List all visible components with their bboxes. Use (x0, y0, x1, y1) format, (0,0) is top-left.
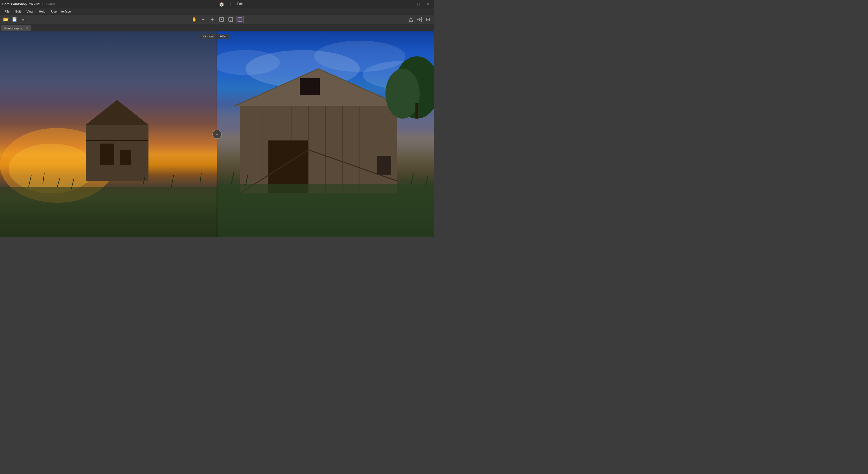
zoom-out-button[interactable]: − (199, 16, 207, 23)
zoom-fit-icon (219, 17, 224, 22)
svg-point-15 (8, 144, 94, 194)
save-button[interactable]: 💾 (11, 16, 18, 23)
zoom-out-icon: − (202, 17, 205, 22)
print-button[interactable]: 🖨 (20, 16, 27, 23)
after-label: After (217, 34, 229, 39)
tab-close-button[interactable]: × (26, 27, 28, 30)
tabbar: Photography... × (0, 24, 434, 31)
svg-line-56 (411, 173, 413, 184)
titlebar-right: ─ □ ✕ (405, 1, 432, 7)
print-icon: 🖨 (22, 17, 25, 22)
svg-rect-19 (120, 150, 131, 166)
svg-text:1:1: 1:1 (229, 19, 233, 21)
original-image (0, 31, 217, 237)
toolbar-left: 📂 💾 🖨 (2, 16, 27, 23)
close-button[interactable]: ✕ (424, 1, 432, 7)
svg-marker-17 (86, 100, 149, 125)
svg-line-28 (200, 173, 201, 184)
titlebar-divider: | (230, 2, 231, 6)
zoom-100-icon: 1:1 (228, 17, 233, 22)
svg-line-54 (231, 171, 234, 184)
toolbar-right (407, 16, 432, 23)
svg-rect-46 (300, 78, 320, 95)
menu-user-interface[interactable]: User Interface (49, 9, 73, 14)
app-brand: Corel PaintShop Pro 2021 (2, 2, 40, 6)
home-icon[interactable]: 🏠 (219, 1, 224, 7)
perspective-both-icon (426, 17, 430, 22)
split-handle-icon: ↔ (215, 132, 219, 136)
split-handle[interactable]: ↔ (212, 130, 222, 139)
titlebar-left: Corel PaintShop Pro 2021 ULTIMATE (2, 2, 56, 6)
titlebar-center: 🏠 | Edit (219, 1, 243, 7)
edit-mode-label[interactable]: Edit (237, 2, 243, 6)
pan-icon: ✋ (192, 17, 197, 22)
zoom-fit-button[interactable] (218, 16, 225, 23)
svg-rect-52 (415, 103, 418, 119)
save-icon: 💾 (12, 17, 18, 22)
svg-rect-18 (100, 144, 114, 165)
perspective-v-icon (409, 17, 413, 22)
perspective-h-button[interactable] (416, 16, 423, 23)
split-view-button[interactable] (236, 16, 244, 23)
svg-line-27 (171, 175, 174, 187)
zoom-in-button[interactable]: + (209, 16, 216, 23)
split-view-icon (238, 17, 242, 22)
file-tab[interactable]: Photography... × (1, 25, 31, 31)
perspective-both-button[interactable] (424, 16, 432, 23)
toolbar-center: ✋ − + 1:1 (190, 16, 244, 23)
pan-tool-button[interactable]: ✋ (190, 16, 198, 23)
tab-filename: Photography... (4, 27, 25, 30)
menu-view[interactable]: View (24, 9, 36, 14)
perspective-h-icon (417, 17, 422, 22)
original-barn-svg (0, 31, 217, 237)
after-image (217, 31, 434, 237)
main-area: ↔ Original After (0, 31, 434, 237)
original-label: Original (200, 34, 217, 39)
svg-rect-21 (0, 187, 217, 237)
toolbar: 📂 💾 🖨 ✋ − + 1:1 (0, 15, 434, 24)
split-view: ↔ Original After (0, 31, 434, 237)
split-divider[interactable]: ↔ (217, 31, 217, 237)
svg-rect-33 (240, 106, 397, 193)
open-button[interactable]: 📂 (2, 16, 10, 23)
titlebar: Corel PaintShop Pro 2021 ULTIMATE 🏠 | Ed… (0, 0, 434, 8)
menu-help[interactable]: Help (36, 9, 48, 14)
menubar: File Edit View Help User Interface (0, 8, 434, 15)
after-side (217, 31, 434, 237)
menu-file[interactable]: File (2, 9, 12, 14)
canvas-area[interactable]: ↔ Original After (0, 31, 434, 237)
restore-button[interactable]: □ (414, 1, 423, 7)
app-edition: ULTIMATE (42, 3, 56, 6)
open-icon: 📂 (3, 17, 9, 22)
original-side (0, 31, 217, 237)
menu-edit[interactable]: Edit (13, 9, 23, 14)
zoom-100-button[interactable]: 1:1 (227, 16, 235, 23)
after-barn-svg (217, 31, 434, 237)
svg-point-51 (385, 69, 420, 119)
perspective-v-button[interactable] (407, 16, 414, 23)
svg-rect-53 (217, 184, 434, 237)
svg-rect-47 (377, 156, 391, 175)
zoom-in-icon: + (211, 17, 214, 22)
minimize-button[interactable]: ─ (405, 1, 413, 7)
svg-rect-16 (86, 125, 149, 181)
